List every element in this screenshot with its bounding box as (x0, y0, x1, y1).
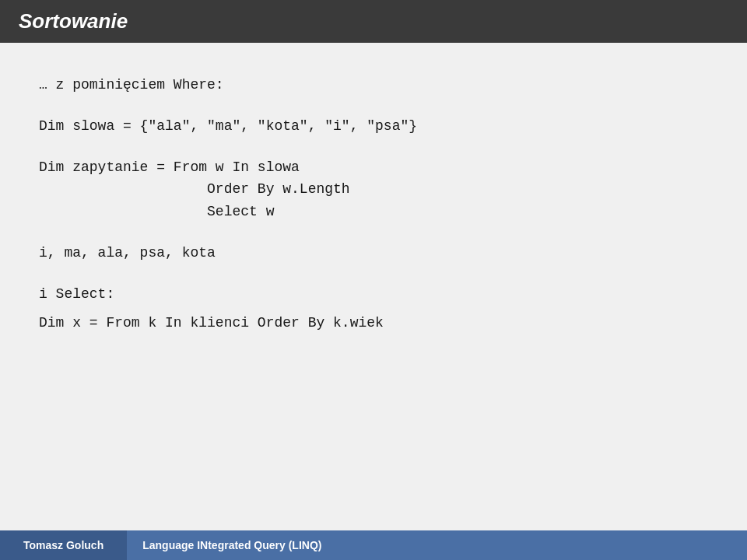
code-line-1: Dim slowa = {"ala", "ma", "kota", "i", "… (39, 115, 708, 138)
result-line: i, ma, ala, psa, kota (39, 242, 708, 264)
footer-author: Tomasz Goluch (0, 530, 127, 560)
header-title: Sortowanie (19, 9, 128, 33)
comment-line: … z pominięciem Where: (39, 74, 708, 96)
code-block: … z pominięciem Where: Dim slowa = {"ala… (39, 74, 708, 334)
footer: Tomasz Goluch Language INtegrated Query … (0, 530, 747, 560)
section2-label: i Select: (39, 283, 708, 306)
code-line-5: Dim x = From k In klienci Order By k.wie… (39, 312, 708, 334)
page-header: Sortowanie (0, 0, 747, 43)
footer-course: Language INtegrated Query (LINQ) (127, 539, 337, 551)
code-line-4: Select w (39, 201, 708, 223)
code-line-2: Dim zapytanie = From w In slowa (39, 156, 708, 179)
main-content: … z pominięciem Where: Dim slowa = {"ala… (0, 43, 747, 530)
code-line-3: Order By w.Length (39, 178, 708, 201)
